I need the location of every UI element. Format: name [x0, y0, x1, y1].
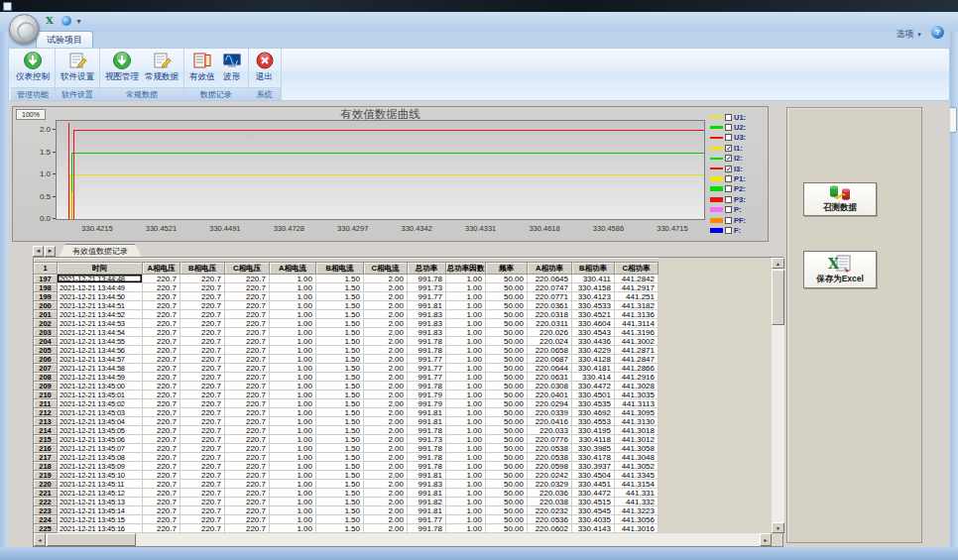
- cell-value[interactable]: 1.00: [270, 346, 316, 355]
- cell-value[interactable]: 330.4515: [572, 498, 615, 506]
- cell-value[interactable]: 2.00: [364, 283, 408, 292]
- cell-value[interactable]: 1.00: [270, 292, 316, 301]
- cell-value[interactable]: 220.0232: [528, 506, 572, 515]
- cell-value[interactable]: 441.2847: [615, 355, 659, 364]
- cell-value[interactable]: 220.0644: [528, 364, 572, 373]
- cell-value[interactable]: 1.50: [316, 346, 364, 355]
- cell-value[interactable]: 220.7: [143, 355, 180, 364]
- cell-value[interactable]: 991.77: [408, 373, 446, 382]
- legend-checkbox[interactable]: [725, 206, 732, 213]
- cell-value[interactable]: 50.00: [486, 471, 528, 480]
- cell-value[interactable]: 1.00: [446, 435, 486, 444]
- cell-value[interactable]: 330.4118: [572, 435, 615, 444]
- cell-time[interactable]: 2021-12-21 13:44:54: [58, 328, 143, 337]
- cell-value[interactable]: 2.00: [364, 319, 408, 328]
- horizontal-scroll-thumb[interactable]: [47, 533, 136, 546]
- cell-value[interactable]: 1.00: [270, 373, 316, 382]
- cell-value[interactable]: 330.4195: [572, 426, 615, 435]
- cell-value[interactable]: 50.00: [486, 355, 528, 364]
- cell-value[interactable]: 1.00: [446, 506, 486, 515]
- cell-value[interactable]: 2.00: [364, 489, 408, 498]
- cell-time[interactable]: 2021-12-21 13:45:13: [58, 498, 143, 506]
- cell-value[interactable]: 50.00: [486, 489, 528, 498]
- cell-value[interactable]: 991.81: [408, 506, 446, 515]
- cell-value[interactable]: 220.7: [225, 435, 270, 444]
- cell-value[interactable]: 1.50: [316, 498, 364, 506]
- cell-value[interactable]: 441.2866: [615, 364, 659, 373]
- cell-value[interactable]: 220.0645: [528, 275, 572, 283]
- cell-value[interactable]: 991.78: [408, 453, 446, 462]
- cell-value[interactable]: 220.0361: [528, 301, 572, 310]
- cell-value[interactable]: 220.0598: [528, 462, 572, 471]
- cell-value[interactable]: 1.00: [270, 471, 316, 480]
- cell-value[interactable]: 220.0658: [528, 346, 572, 355]
- cell-value[interactable]: 220.7: [143, 408, 180, 417]
- qat-dropdown-icon[interactable]: ▼: [75, 18, 82, 25]
- cell-value[interactable]: 220.7: [225, 292, 270, 301]
- cell-value[interactable]: 441.2917: [615, 283, 659, 292]
- ribbon-button-仪表控制[interactable]: 仪表控制: [14, 50, 52, 84]
- cell-value[interactable]: 220.0242: [528, 471, 572, 480]
- cell-value[interactable]: 1.00: [270, 444, 316, 453]
- cell-time[interactable]: 2021-12-21 13:45:00: [58, 382, 143, 391]
- cell-value[interactable]: 2.00: [364, 382, 408, 391]
- cell-value[interactable]: 220.7: [143, 391, 180, 399]
- cell-value[interactable]: 220.7: [225, 408, 270, 417]
- cell-value[interactable]: 220.0776: [528, 435, 572, 444]
- cell-value[interactable]: 50.00: [486, 408, 528, 417]
- cell-value[interactable]: 991.78: [408, 337, 446, 346]
- cell-value[interactable]: 1.50: [316, 417, 364, 426]
- cell-value[interactable]: 1.50: [316, 355, 364, 364]
- cell-value[interactable]: 220.7: [225, 489, 270, 498]
- cell-value[interactable]: 441.3223: [615, 506, 659, 515]
- cell-value[interactable]: 220.7: [180, 337, 225, 346]
- cell-value[interactable]: 50.00: [486, 462, 528, 471]
- cell-value[interactable]: 441.3113: [615, 399, 659, 408]
- cell-value[interactable]: 220.7: [180, 364, 225, 373]
- cell-value[interactable]: 220.7: [180, 426, 225, 435]
- cell-value[interactable]: 1.00: [446, 337, 486, 346]
- cell-value[interactable]: 991.73: [408, 435, 446, 444]
- tab-scroll-left-icon[interactable]: ◄: [33, 246, 44, 257]
- cell-value[interactable]: 220.7: [143, 417, 180, 426]
- cell-value[interactable]: 991.81: [408, 471, 446, 480]
- cell-value[interactable]: 1.00: [446, 391, 486, 399]
- cell-value[interactable]: 2.00: [364, 426, 408, 435]
- cell-value[interactable]: 220.7: [225, 453, 270, 462]
- cell-value[interactable]: 50.00: [486, 444, 528, 453]
- cell-value[interactable]: 1.00: [446, 453, 486, 462]
- cell-value[interactable]: 50.00: [486, 319, 528, 328]
- cell-value[interactable]: 220.0631: [528, 373, 572, 382]
- ribbon-button-视图管理[interactable]: 视图管理: [103, 50, 141, 84]
- legend-checkbox[interactable]: [725, 227, 732, 234]
- cell-value[interactable]: 1.00: [270, 480, 316, 489]
- cell-value[interactable]: 2.00: [364, 346, 408, 355]
- cell-time[interactable]: 2021-12-21 13:45:16: [58, 524, 143, 533]
- tab-rms-data-record[interactable]: 有效值数据记录: [59, 244, 142, 257]
- cell-value[interactable]: 1.00: [446, 444, 486, 453]
- cell-value[interactable]: 220.7: [143, 319, 180, 328]
- ribbon-button-常规数据[interactable]: 常规数据: [143, 50, 180, 84]
- cell-value[interactable]: 220.7: [225, 346, 270, 355]
- cell-value[interactable]: 330.4128: [572, 355, 615, 364]
- cell-value[interactable]: 2.00: [364, 355, 408, 364]
- cell-value[interactable]: 220.7: [143, 292, 180, 301]
- cell-value[interactable]: 991.77: [408, 515, 446, 524]
- cell-value[interactable]: 1.50: [316, 328, 364, 337]
- ribbon-button-软件设置[interactable]: 软件设置: [59, 50, 96, 84]
- legend-checkbox[interactable]: ✓: [725, 145, 732, 152]
- cell-value[interactable]: 991.77: [408, 292, 446, 301]
- cell-value[interactable]: 220.0538: [528, 444, 572, 453]
- cell-value[interactable]: 1.00: [446, 292, 486, 301]
- cell-value[interactable]: 220.7: [180, 471, 225, 480]
- cell-value[interactable]: 220.7: [180, 524, 225, 533]
- cell-value[interactable]: 1.50: [316, 337, 364, 346]
- cell-value[interactable]: 2.00: [364, 498, 408, 506]
- cell-value[interactable]: 50.00: [486, 283, 528, 292]
- cell-value[interactable]: 220.7: [225, 275, 270, 283]
- cell-value[interactable]: 220.7: [180, 346, 225, 355]
- about-mini-icon[interactable]: [61, 16, 71, 26]
- cell-value[interactable]: 220.7: [143, 373, 180, 382]
- legend-checkbox[interactable]: [725, 114, 732, 121]
- cell-value[interactable]: 220.7: [180, 417, 225, 426]
